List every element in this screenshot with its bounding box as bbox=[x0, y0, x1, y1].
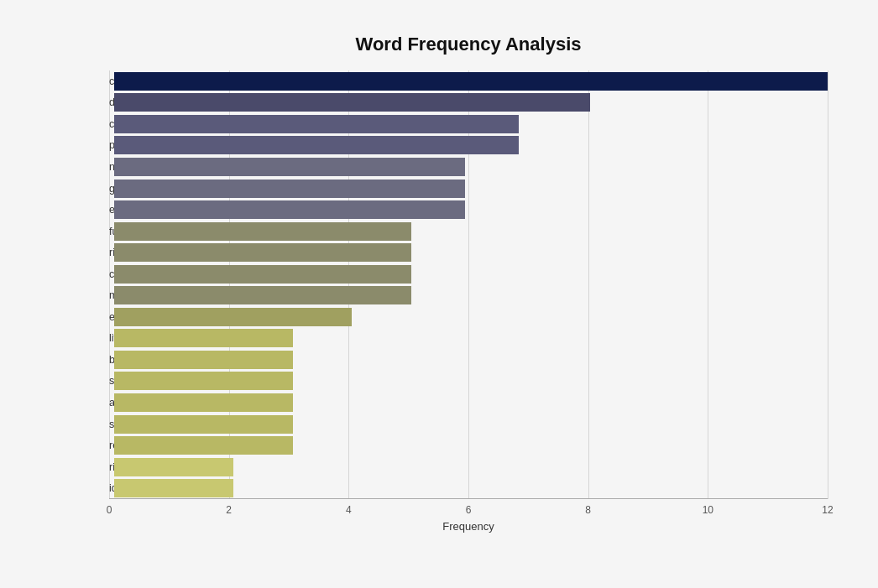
x-tick: 4 bbox=[346, 504, 352, 516]
bar-track bbox=[114, 393, 828, 412]
bar-row: extremist bbox=[109, 308, 828, 326]
bar-row: prevent bbox=[109, 136, 828, 154]
bar-track bbox=[114, 308, 828, 326]
bar-track bbox=[114, 200, 828, 219]
bar-track bbox=[114, 222, 828, 241]
x-tick: 2 bbox=[226, 504, 232, 516]
bar-fill bbox=[114, 200, 465, 219]
bar-row: fundamental bbox=[109, 222, 828, 241]
bar-track bbox=[114, 458, 828, 476]
bar-row: see bbox=[109, 372, 828, 390]
bar-track bbox=[114, 243, 828, 262]
x-axis: Frequency 024681012 bbox=[109, 499, 828, 533]
bar-fill bbox=[114, 308, 352, 326]
bar-track bbox=[114, 115, 828, 133]
bar-fill bbox=[114, 415, 293, 434]
bar-fill bbox=[114, 265, 411, 284]
bar-row: sex bbox=[109, 415, 828, 434]
bar-track bbox=[114, 329, 828, 347]
chart-container: Word Frequency Analysis christiansdefini… bbox=[17, 17, 861, 588]
bar-track bbox=[114, 136, 828, 154]
bar-row: new bbox=[109, 158, 828, 176]
x-tick: 6 bbox=[466, 504, 472, 516]
bar-fill bbox=[114, 72, 828, 91]
bar-row: risk bbox=[109, 458, 828, 476]
bar-row: beliefs bbox=[109, 351, 828, 369]
chart-title: Word Frequency Analysis bbox=[109, 34, 828, 55]
bar-fill bbox=[114, 286, 411, 304]
bar-row: christian bbox=[109, 115, 828, 133]
bar-track bbox=[114, 415, 828, 434]
x-tick: 12 bbox=[822, 504, 833, 516]
bar-fill bbox=[114, 180, 465, 198]
bar-track bbox=[114, 180, 828, 198]
bar-track bbox=[114, 436, 828, 455]
bar-fill bbox=[114, 393, 293, 412]
bar-track bbox=[114, 286, 828, 304]
chart-area: christiansdefinitionchristianpreventnewg… bbox=[109, 70, 828, 533]
bar-track bbox=[114, 72, 828, 91]
bar-row: abortion bbox=[109, 393, 828, 412]
x-tick: 10 bbox=[703, 504, 713, 516]
bar-track bbox=[114, 372, 828, 390]
x-axis-label: Frequency bbox=[442, 520, 494, 533]
bar-track bbox=[114, 158, 828, 176]
bar-row: christians bbox=[109, 72, 828, 91]
bars-wrapper: christiansdefinitionchristianpreventnewg… bbox=[109, 70, 828, 499]
bar-fill bbox=[114, 458, 233, 476]
x-tick: 8 bbox=[585, 504, 591, 516]
bar-fill bbox=[114, 136, 519, 154]
bar-fill bbox=[114, 329, 293, 347]
bar-fill bbox=[114, 158, 465, 176]
bar-row: concern bbox=[109, 265, 828, 284]
bar-track bbox=[114, 93, 828, 112]
bar-row: marriage bbox=[109, 286, 828, 304]
grid-line bbox=[828, 70, 828, 499]
bar-row: definition bbox=[109, 93, 828, 112]
bar-fill bbox=[114, 436, 293, 455]
bar-fill bbox=[114, 222, 411, 241]
bar-row: life bbox=[109, 329, 828, 347]
bar-track bbox=[114, 479, 828, 497]
bar-fill bbox=[114, 243, 411, 262]
bar-fill bbox=[114, 93, 590, 112]
bar-fill bbox=[114, 479, 233, 497]
bar-row: ideology bbox=[109, 479, 828, 497]
bar-track bbox=[114, 351, 828, 369]
bar-fill bbox=[114, 351, 293, 369]
x-tick: 0 bbox=[107, 504, 112, 516]
bar-row: extremism bbox=[109, 200, 828, 219]
bar-fill bbox=[114, 115, 519, 133]
bar-row: right bbox=[109, 243, 828, 262]
bar-row: government bbox=[109, 180, 828, 198]
bar-track bbox=[114, 265, 828, 284]
bar-fill bbox=[114, 372, 293, 390]
bar-row: report bbox=[109, 436, 828, 455]
